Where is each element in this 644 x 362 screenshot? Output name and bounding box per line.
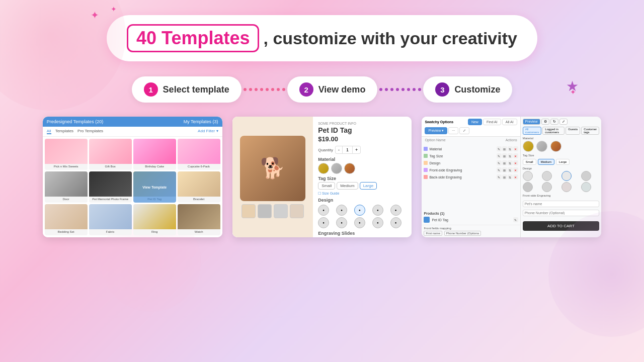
del-btn-3[interactable]: ✕ [513, 160, 518, 165]
tab-pro[interactable]: Pro Templates [77, 129, 103, 134]
add-filter-btn[interactable]: Add Filter ▾ [198, 129, 218, 134]
copy-btn-3[interactable]: ⊞ [502, 160, 507, 165]
material-option-1[interactable] [318, 163, 329, 174]
toolbar-new-btn[interactable]: New [468, 119, 482, 125]
thumbnail-2[interactable] [258, 204, 272, 218]
toolbar-preview-btn[interactable]: Preview ▾ [425, 127, 447, 134]
design-circle-1[interactable] [523, 171, 533, 181]
size-btn-large[interactable]: Large [360, 182, 377, 190]
filter-custom[interactable]: Customer tags [581, 127, 599, 135]
settings-btn[interactable]: ⚙ [541, 119, 549, 125]
phone-input[interactable] [523, 210, 600, 216]
list-item[interactable]: Birthday Cake [133, 139, 176, 170]
list-item[interactable]: Bedding Set [45, 204, 88, 235]
del-btn-5[interactable]: ✕ [513, 174, 518, 179]
copy-btn[interactable]: ⊞ [502, 146, 507, 151]
design-9[interactable]: ● [372, 217, 383, 228]
size-btn-medium[interactable]: Medium [337, 182, 358, 190]
design-6[interactable]: ● [318, 217, 329, 228]
refresh-btn[interactable]: ↻ [550, 119, 558, 125]
view-template-overlay[interactable]: View Template [133, 171, 176, 203]
filter-all[interactable]: All customers [523, 127, 542, 135]
expand-btn[interactable]: ⤢ [559, 119, 568, 125]
tab-all[interactable]: All [47, 129, 51, 134]
material-option-3[interactable] [344, 163, 355, 174]
edit-btn-3[interactable]: ✎ [497, 160, 502, 165]
list-item[interactable]: View Template Pet ID Tag [133, 171, 176, 203]
move-btn-2[interactable]: ⇅ [508, 153, 513, 158]
qty-minus[interactable]: - [336, 146, 343, 153]
size-guide-link[interactable]: ☐ Size Guide [318, 192, 407, 196]
swatch-large[interactable]: Large [556, 159, 570, 165]
del-btn[interactable]: ✕ [513, 146, 518, 151]
design-7[interactable]: ● [336, 217, 347, 228]
design-circle-6[interactable] [542, 182, 552, 192]
list-item[interactable]: Cupcake 6-Pack [178, 139, 220, 170]
design-circle-4[interactable] [581, 171, 591, 181]
step-3[interactable]: 3 Customize [423, 76, 512, 103]
list-item[interactable]: Ring [133, 204, 176, 235]
list-item[interactable]: Bracelet [178, 171, 220, 203]
list-item[interactable]: Watch [178, 204, 220, 235]
filter-logged[interactable]: Logged in customers [542, 127, 565, 135]
list-item[interactable]: Door [45, 171, 88, 203]
toolbar-allai-btn[interactable]: All AI [502, 119, 517, 125]
design-5[interactable]: ● [390, 205, 401, 216]
list-item[interactable]: Gift Box [89, 139, 132, 170]
move-btn-5[interactable]: ⇅ [508, 174, 513, 179]
design-circle-8[interactable] [581, 182, 591, 192]
preview-btn[interactable]: Preview [523, 119, 540, 125]
design-circle-3[interactable] [561, 171, 572, 181]
edit-btn[interactable]: ✎ [497, 146, 502, 151]
qty-plus[interactable]: + [352, 146, 360, 153]
engraving-front-radio[interactable] [318, 237, 322, 238]
engraving-front-option[interactable]: Front Only [318, 237, 407, 237]
copy-btn-4[interactable]: ⊞ [502, 167, 507, 172]
quantity-stepper[interactable]: - 1 + [335, 146, 361, 154]
step-2[interactable]: 2 View demo [287, 76, 378, 103]
design-8[interactable]: ● [354, 217, 365, 228]
prod-edit-btn[interactable]: ✎ [513, 217, 518, 222]
swatch-medium[interactable]: Medium [538, 159, 554, 165]
del-btn-2[interactable]: ✕ [513, 153, 518, 158]
pet-name-input[interactable] [523, 201, 600, 207]
design-circle-5[interactable] [523, 182, 533, 192]
filter-guest[interactable]: Guests [566, 127, 580, 135]
toolbar-expand-btn[interactable]: ⤢ [459, 127, 469, 134]
thumbnail-1[interactable] [242, 204, 256, 218]
design-3[interactable]: ● [354, 205, 365, 216]
size-btn-small[interactable]: Small [318, 182, 335, 190]
edit-btn-4[interactable]: ✎ [497, 167, 502, 172]
move-btn-3[interactable]: ⇅ [508, 160, 513, 165]
add-to-cart-button[interactable]: ADD TO CART [523, 221, 600, 231]
thumbnail-4[interactable] [290, 204, 304, 218]
del-btn-4[interactable]: ✕ [513, 167, 518, 172]
list-item[interactable]: Fabric [89, 204, 132, 235]
design-circle-2[interactable] [542, 171, 552, 181]
edit-btn-5[interactable]: ✎ [497, 174, 502, 179]
field-phone[interactable]: Phone Number (Optiona [444, 231, 481, 236]
field-name[interactable]: First name [424, 231, 442, 236]
design-2[interactable]: ● [336, 205, 347, 216]
design-circle-7[interactable] [561, 182, 572, 192]
design-10[interactable]: ● [390, 217, 401, 228]
material-option-2[interactable] [331, 163, 342, 174]
mat-circle-3[interactable] [550, 141, 561, 152]
toolbar-findai-btn[interactable]: Find AI [483, 119, 501, 125]
swatch-small[interactable]: Small [523, 159, 536, 165]
copy-btn-2[interactable]: ⊞ [502, 153, 507, 158]
step-1[interactable]: 1 Select template [132, 76, 242, 103]
tab-templates[interactable]: Templates [55, 129, 73, 134]
move-btn-4[interactable]: ⇅ [508, 167, 513, 172]
list-item[interactable]: Pet Memorial Photo Frame [89, 171, 132, 203]
edit-btn-2[interactable]: ✎ [497, 153, 502, 158]
design-4[interactable]: ● [372, 205, 383, 216]
design-1[interactable]: ● [318, 205, 329, 216]
copy-btn-5[interactable]: ⊞ [502, 174, 507, 179]
thumbnail-3[interactable] [274, 204, 288, 218]
toolbar-extra-btn[interactable]: ··· [448, 127, 458, 134]
move-btn[interactable]: ⇅ [508, 146, 513, 151]
mat-circle-2[interactable] [536, 141, 547, 152]
list-item[interactable]: Pick n Mix Sweets [45, 139, 88, 170]
mat-circle-1[interactable] [523, 141, 534, 152]
